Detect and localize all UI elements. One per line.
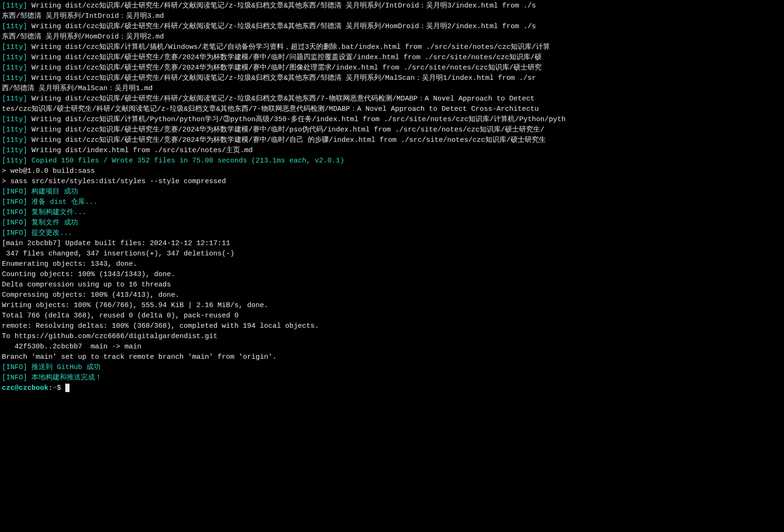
prompt-line[interactable]: czc@czcbook:~$ (2, 383, 782, 393)
terminal-segment: [11ty] (2, 136, 31, 144)
terminal-segment: [11ty] (2, 126, 31, 134)
prompt-path: ~ (53, 384, 57, 392)
terminal-segment: [11ty] (2, 74, 31, 82)
terminal-line: [11ty] Writing dist/czc知识库/硕士研究生/竞赛/2024… (2, 125, 782, 135)
terminal-line: [11ty] Writing dist/czc知识库/硕士研究生/科研/文献阅读… (2, 73, 782, 84)
terminal-line: 东西/邹德清 吴月明系列/IntDroid：吴月明3.md (2, 11, 782, 22)
terminal-segment: [11ty] (2, 95, 31, 103)
terminal-segment: [11ty] (2, 2, 31, 10)
terminal-line: To https://github.com/czc6666/digitalgar… (2, 332, 782, 342)
terminal-segment: Writing dist/czc知识库/计算机/搞机/Windows/老笔记/自… (31, 43, 550, 51)
terminal-line: [11ty] Writing dist/czc知识库/硕士研究生/竞赛/2024… (2, 63, 782, 73)
terminal-segment: [INFO] 准备 dist 仓库... (2, 198, 98, 206)
terminal-line: [11ty] Writing dist/czc知识库/硕士研究生/竞赛/2024… (2, 53, 782, 63)
terminal-line: Branch 'main' set up to track remote bra… (2, 352, 782, 362)
terminal-line: > web@1.0.0 build:sass (2, 166, 782, 177)
terminal-segment: [INFO] 复制文件 成功 (2, 219, 78, 227)
terminal-segment: Writing objects: 100% (766/766), 555.94 … (2, 301, 268, 309)
terminal-segment: Writing dist/czc知识库/硕士研究生/科研/文献阅读笔记/z-垃圾… (31, 74, 536, 82)
terminal-segment: [INFO] 提交更改... (2, 229, 72, 237)
terminal-line: Counting objects: 100% (1343/1343), done… (2, 270, 782, 280)
terminal-line: [INFO] 复制构建文件... (2, 208, 782, 218)
terminal-line: [11ty] Writing dist/czc知识库/硕士研究生/科研/文献阅读… (2, 22, 782, 32)
terminal-line: 西/邹德清 吴月明系列/MalScan：吴月明1.md (2, 84, 782, 94)
terminal-segment: Total 766 (delta 368), reused 0 (delta 0… (2, 312, 239, 320)
terminal-segment: tes/czc知识库/硕士研究生/科研/文献阅读笔记/z-垃圾&归档文章&其他东… (2, 105, 539, 113)
terminal-segment: Writing dist/czc知识库/硕士研究生/竞赛/2024华为杯数学建模… (31, 136, 546, 144)
terminal-line: Compressing objects: 100% (413/413), don… (2, 290, 782, 301)
terminal-segment: [11ty] (2, 64, 31, 72)
terminal-line: [11ty] Writing dist/czc知识库/计算机/搞机/Window… (2, 42, 782, 53)
terminal-line: [main 2cbcbb7] Update built files: 2024-… (2, 239, 782, 249)
terminal-line: [11ty] Copied 150 files / Wrote 352 file… (2, 156, 782, 166)
terminal-segment: [INFO] 构建项目 成功 (2, 188, 78, 196)
terminal-line: [11ty] Writing dist/czc知识库/计算机/Python/py… (2, 115, 782, 125)
prompt-separator: : (48, 384, 53, 392)
terminal-line: > sass src/site/styles:dist/styles --sty… (2, 177, 782, 187)
terminal-segment: Counting objects: 100% (1343/1343), done… (2, 270, 175, 278)
terminal-segment: Writing dist/czc知识库/硕士研究生/竞赛/2024华为杯数学建模… (31, 54, 542, 62)
terminal-line: 东西/邹德清 吴月明系列/HomDroid：吴月明2.md (2, 32, 782, 42)
terminal-segment: [main 2cbcbb7] Update built files: 2024-… (2, 239, 230, 247)
terminal-output[interactable]: [11ty] Writing dist/czc知识库/硕士研究生/科研/文献阅读… (0, 0, 784, 532)
terminal-line: Delta compression using up to 16 threads (2, 280, 782, 290)
prompt-dollar: $ (57, 384, 65, 392)
terminal-segment: [11ty] Copied 150 files / Wrote 352 file… (2, 157, 344, 165)
terminal-line: Enumerating objects: 1343, done. (2, 259, 782, 270)
terminal-line: [11ty] Writing dist/czc知识库/硕士研究生/科研/文献阅读… (2, 1, 782, 11)
terminal-segment: Writing dist/index.html from ./src/site/… (31, 146, 253, 154)
terminal-segment: > web@1.0.0 build:sass (2, 167, 95, 175)
terminal-segment: [INFO] 推送到 GitHub 成功 (2, 363, 101, 371)
terminal-segment: [11ty] (2, 116, 31, 123)
terminal-segment: Writing dist/czc知识库/硕士研究生/竞赛/2024华为杯数学建模… (31, 64, 542, 72)
terminal-line: [INFO] 本地构建和推送完成！ (2, 373, 782, 383)
terminal-line: [INFO] 提交更改... (2, 228, 782, 239)
terminal-line: [11ty] Writing dist/index.html from ./sr… (2, 146, 782, 156)
terminal-segment: 东西/邹德清 吴月明系列/HomDroid：吴月明2.md (2, 33, 164, 41)
terminal-segment: [11ty] (2, 43, 31, 51)
cursor (65, 384, 70, 392)
terminal-segment: Writing dist/czc知识库/计算机/Python/python学习/… (31, 116, 566, 123)
terminal-line: tes/czc知识库/硕士研究生/科研/文献阅读笔记/z-垃圾&归档文章&其他东… (2, 104, 782, 115)
terminal-line: remote: Resolving deltas: 100% (368/368)… (2, 321, 782, 332)
terminal-segment: Writing dist/czc知识库/硕士研究生/科研/文献阅读笔记/z-垃圾… (31, 95, 539, 103)
terminal-line: Total 766 (delta 368), reused 0 (delta 0… (2, 311, 782, 321)
terminal-line: [11ty] Writing dist/czc知识库/硕士研究生/竞赛/2024… (2, 135, 782, 146)
terminal-line: [INFO] 复制文件 成功 (2, 218, 782, 228)
terminal-segment: [INFO] 本地构建和推送完成！ (2, 374, 102, 382)
terminal-segment: To https://github.com/czc6666/digitalgar… (2, 332, 217, 340)
terminal-segment: > sass src/site/styles:dist/styles --sty… (2, 177, 226, 185)
terminal-segment: Enumerating objects: 1343, done. (2, 260, 137, 268)
terminal-segment: Compressing objects: 100% (413/413), don… (2, 291, 179, 299)
terminal-segment: 东西/邹德清 吴月明系列/IntDroid：吴月明3.md (2, 12, 164, 20)
terminal-line: [INFO] 推送到 GitHub 成功 (2, 362, 782, 373)
prompt-user: czc@czcbook (2, 384, 48, 392)
terminal-segment: [11ty] (2, 23, 31, 31)
terminal-line: Writing objects: 100% (766/766), 555.94 … (2, 301, 782, 311)
terminal-segment: remote: Resolving deltas: 100% (368/368)… (2, 322, 319, 330)
terminal-line: 347 files changed, 347 insertions(+), 34… (2, 249, 782, 259)
terminal-segment: [INFO] 复制构建文件... (2, 208, 86, 216)
terminal-line: [11ty] Writing dist/czc知识库/硕士研究生/科研/文献阅读… (2, 94, 782, 104)
terminal-segment: Writing dist/czc知识库/硕士研究生/竞赛/2024华为杯数学建模… (31, 126, 544, 134)
terminal-segment: 西/邹德清 吴月明系列/MalScan：吴月明1.md (2, 85, 153, 93)
terminal-segment: Branch 'main' set up to track remote bra… (2, 353, 277, 361)
terminal-segment: 347 files changed, 347 insertions(+), 34… (2, 250, 234, 258)
terminal-line: [INFO] 准备 dist 仓库... (2, 197, 782, 208)
terminal-line: [INFO] 构建项目 成功 (2, 187, 782, 197)
terminal-segment: [11ty] (2, 146, 31, 154)
terminal-segment: 42f530b..2cbcbb7 main -> main (2, 343, 141, 351)
terminal-segment: [11ty] (2, 54, 31, 62)
terminal-line: 42f530b..2cbcbb7 main -> main (2, 342, 782, 352)
terminal-segment: Writing dist/czc知识库/硕士研究生/科研/文献阅读笔记/z-垃圾… (31, 2, 536, 10)
terminal-segment: Delta compression using up to 16 threads (2, 281, 171, 289)
terminal-segment: Writing dist/czc知识库/硕士研究生/科研/文献阅读笔记/z-垃圾… (31, 23, 536, 31)
